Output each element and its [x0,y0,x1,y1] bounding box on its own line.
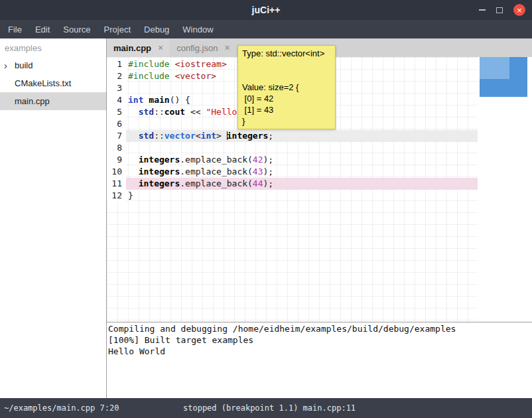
code-token: main [149,95,169,105]
menu-source[interactable]: Source [56,20,97,38]
code-line-9[interactable]: 9 integers.emplace_back(42); [107,154,478,166]
code-token: 44 [253,178,263,188]
code-content[interactable] [126,142,478,154]
code-token: < [196,131,201,141]
code-line-8[interactable]: 8 [107,142,478,154]
code-token: #include [128,71,170,81]
code-line-10[interactable]: 10 integers.emplace_back(43); [107,166,478,178]
window-title: juCi++ [252,5,281,15]
tree-item-label: build [15,60,33,70]
code-token: std [139,131,154,141]
tooltip-line: Type: std::vector<int> [242,48,331,59]
output-line: Hello World [108,346,531,357]
line-number[interactable]: 8 [107,142,126,154]
code-token [128,107,139,117]
expander-icon[interactable]: › [4,60,7,71]
tree-item-label: main.cpp [15,96,50,106]
code-line-7[interactable]: 7 std::vector<int> integers; [107,130,478,142]
editor-overview-block[interactable] [480,57,527,97]
tree-item-main-cpp[interactable]: main.cpp [0,92,106,110]
title-bar: juCi++ × [0,0,532,20]
code-line-11[interactable]: 11 integers.emplace_back(44); [107,178,478,190]
code-content[interactable]: std::vector<int> integers; [126,130,478,142]
tab-main-cpp[interactable]: main.cpp× [107,38,170,57]
code-token: int [128,95,143,105]
line-number[interactable]: 7 [107,130,126,142]
code-token: emplace_back [185,178,247,188]
maximize-icon[interactable] [496,7,503,13]
code-token: integers [139,178,180,188]
menu-debug[interactable]: Debug [137,20,176,38]
code-token: ); [263,155,274,165]
tooltip-line: Value: size=2 { [242,82,331,93]
tab-close-icon[interactable]: × [158,42,163,53]
debug-tooltip: Type: std::vector<int> Value: size=2 { [… [237,45,336,129]
line-number[interactable]: 1 [107,58,126,70]
line-number[interactable]: 10 [107,166,126,178]
code-token [128,167,139,176]
code-token: integers [139,155,180,165]
code-content[interactable]: integers.emplace_back(43); [126,166,478,178]
code-line-12[interactable]: 12} [107,190,478,202]
menu-window[interactable]: Window [176,20,220,38]
line-number[interactable]: 9 [107,154,126,166]
line-number[interactable]: 2 [107,70,126,82]
menu-edit[interactable]: Edit [29,20,56,38]
code-token: emplace_back [185,167,247,176]
minimize-icon[interactable] [479,9,486,11]
output-panel[interactable]: Compiling and debugging /home/eidheim/ex… [107,322,532,398]
line-number[interactable]: 5 [107,106,126,118]
tree-item-build[interactable]: ›build [0,56,106,74]
tab-close-icon[interactable]: × [224,42,230,53]
status-bar: ~/examples/main.cpp 7:20 stopped (breakp… [0,398,532,418]
code-content[interactable]: integers.emplace_back(42); [126,154,478,166]
code-token: ; [268,131,273,141]
code-content[interactable]: } [126,190,478,202]
code-token: ( [247,167,253,176]
status-debug-state: stopped (breakpoint 1.1) main.cpp:11 [183,403,356,413]
editor-overview [478,57,532,322]
code-token: cout [165,107,185,117]
tab-label: main.cpp [113,43,151,53]
status-file-position: ~/examples/main.cpp 7:20 [4,403,119,413]
code-token: #include [128,59,170,69]
code-token: <vector> [174,71,216,81]
tab-label: config.json [176,43,218,53]
code-token: integers [227,131,269,141]
code-token: std [139,107,154,117]
project-name: examples [0,38,106,56]
tooltip-line [242,70,331,82]
line-number[interactable]: 6 [107,118,126,130]
code-token: 42 [253,155,263,165]
output-line: Compiling and debugging /home/eidheim/ex… [108,323,531,334]
menu-file[interactable]: File [1,20,29,38]
line-number[interactable]: 3 [107,82,126,94]
tooltip-line: [1] = 43 [242,104,331,115]
code-token: << [185,107,206,117]
tree-item-cmakelists-txt[interactable]: CMakeLists.txt [0,74,106,92]
code-token: > [216,131,227,141]
code-token: ); [263,178,274,188]
close-icon[interactable]: × [513,4,525,16]
tree-item-label: CMakeLists.txt [15,78,71,88]
line-number[interactable]: 12 [107,190,126,202]
code-token: emplace_back [185,155,247,165]
file-tree: ›buildCMakeLists.txtmain.cpp [0,56,106,110]
editor-overview-visible-region [480,57,509,79]
code-token [128,178,139,188]
menu-project[interactable]: Project [98,20,137,38]
code-token: () { [170,95,190,105]
code-token: . [180,178,185,188]
menu-bar: FileEditSourceProjectDebugWindow [0,20,532,38]
code-token: 43 [253,167,263,176]
line-number[interactable]: 4 [107,94,126,106]
code-token [128,155,139,165]
tab-config-json[interactable]: config.json× [170,38,236,57]
code-token: } [128,190,133,200]
line-number[interactable]: 11 [107,178,126,190]
code-token: <iostream> [174,59,226,69]
code-content[interactable]: integers.emplace_back(44); [126,178,478,190]
tooltip-line: [0] = 42 [242,93,331,104]
code-token: ( [247,155,253,165]
tooltip-line [242,59,331,70]
